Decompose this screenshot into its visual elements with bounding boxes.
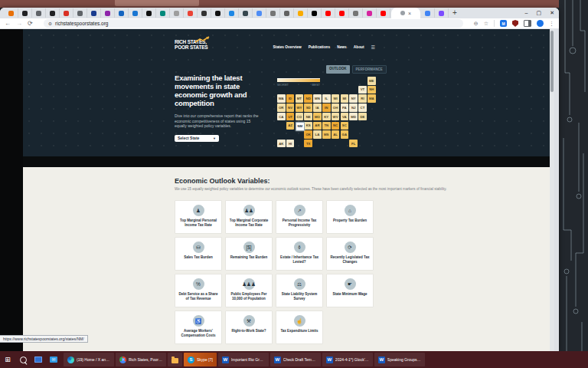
variable-card[interactable]: [$]Remaining Tax Burden xyxy=(225,237,273,271)
nav-menu-icon[interactable]: ☰ xyxy=(371,44,375,50)
nav-news[interactable]: News xyxy=(337,45,347,49)
pinned-tab[interactable] xyxy=(101,8,115,18)
map-state-AK[interactable]: AK xyxy=(277,140,286,148)
map-state-WA[interactable]: WA xyxy=(277,94,286,103)
taskbar-chrome-button[interactable]: Rich States, Poor St... xyxy=(116,353,166,366)
map-state-AL[interactable]: AL xyxy=(332,130,340,139)
address-bar[interactable]: ⚙ richstatespoorstates.org xyxy=(44,19,463,28)
taskbar-word-button[interactable]: Speaking Groups IIs... xyxy=(374,353,425,366)
select-state-dropdown[interactable]: Select State ▼ xyxy=(175,135,219,142)
map-state-ND[interactable]: ND xyxy=(304,94,312,103)
map-state-MT[interactable]: MT xyxy=(296,94,304,103)
variable-card[interactable]: ☝Tax Expenditure Limits xyxy=(276,310,323,344)
maximize-button[interactable]: ▢ xyxy=(537,10,542,16)
map-state-WY[interactable]: WY xyxy=(296,104,304,112)
map-toggle-performance[interactable]: PERFORMANCE xyxy=(352,65,387,74)
variable-card[interactable]: %Debt Service as a Share of Tax Revenue xyxy=(175,274,222,307)
pinned-tab[interactable] xyxy=(377,8,390,18)
pinned-tab[interactable] xyxy=(294,8,308,18)
map-state-IN[interactable]: IN xyxy=(322,104,331,112)
pinned-tab[interactable] xyxy=(142,8,156,18)
map-state-VA[interactable]: VA xyxy=(341,113,349,121)
variable-card[interactable]: ☛State Minimum Wage xyxy=(326,274,374,307)
taskbar-skype-button[interactable]: Skype [7] xyxy=(184,353,217,366)
pinned-tab[interactable] xyxy=(363,8,377,18)
pinned-tab[interactable] xyxy=(170,8,184,18)
pinned-tab[interactable] xyxy=(349,8,363,18)
profile-avatar[interactable] xyxy=(537,20,544,27)
refresh-button[interactable]: ⟳ xyxy=(28,20,33,27)
pinned-tab[interactable] xyxy=(74,8,87,18)
pinned-tab[interactable] xyxy=(421,8,435,18)
pinned-tab[interactable] xyxy=(115,8,129,18)
start-button[interactable]: ⊞ xyxy=(0,351,15,368)
minimize-button[interactable]: – xyxy=(525,10,528,16)
map-state-GA[interactable]: GA xyxy=(341,130,349,139)
variable-card[interactable]: ♟Top Marginal Personal Income Tax Rate xyxy=(175,200,222,234)
taskbar-search-button[interactable] xyxy=(15,351,31,368)
pinned-tab[interactable] xyxy=(32,8,46,18)
map-state-AZ[interactable]: AZ xyxy=(286,122,295,130)
map-state-MS[interactable]: MS xyxy=(322,130,331,139)
nav-about[interactable]: About xyxy=(354,45,364,49)
map-state-KY[interactable]: KY xyxy=(322,113,331,121)
taskbar-folder-button[interactable] xyxy=(168,353,182,366)
map-state-ID[interactable]: ID xyxy=(286,94,295,103)
back-button[interactable]: ← xyxy=(5,20,11,27)
pinned-tab[interactable] xyxy=(87,8,101,18)
pinned-tab[interactable] xyxy=(129,8,142,18)
nav-states-overview[interactable]: States Overview xyxy=(273,45,302,49)
bookmark-star-icon[interactable]: ☆ xyxy=(484,21,488,27)
map-state-OK[interactable]: OK xyxy=(304,130,312,139)
pinned-tab[interactable] xyxy=(46,8,60,18)
map-state-FL[interactable]: FL xyxy=(349,140,358,148)
taskbar-word-button[interactable]: Check Draft Templa... xyxy=(270,353,321,366)
variable-card[interactable]: ⚱Estate / Inheritance Tax Levied? xyxy=(276,237,323,271)
map-state-RI[interactable]: RI xyxy=(358,94,367,103)
map-state-NH[interactable]: NH xyxy=(368,86,376,94)
map-state-AR[interactable]: AR xyxy=(313,122,322,130)
map-state-MD[interactable]: MD xyxy=(349,113,358,121)
active-tab[interactable]: × xyxy=(391,8,420,18)
browser-menu-icon[interactable]: ⋮ xyxy=(549,21,554,27)
tab-close-icon[interactable]: × xyxy=(408,11,411,16)
map-state-NY[interactable]: NY xyxy=(349,94,358,103)
map-state-TX[interactable]: TX xyxy=(304,140,312,148)
map-state-OH[interactable]: OH xyxy=(332,104,340,112)
taskbar-word-button[interactable]: 2024-4-1*) Glock's d... xyxy=(322,353,373,366)
taskbar-edge-button[interactable]: (19) Home / X and ... xyxy=(64,353,114,366)
map-state-MO[interactable]: MO xyxy=(313,113,322,121)
map-state-CO[interactable]: CO xyxy=(296,113,304,121)
variable-card[interactable]: ⟳Recently Legislated Tax Changes xyxy=(326,237,374,271)
variable-card[interactable]: ⚒Right-to-Work State? xyxy=(225,310,273,344)
variable-card[interactable]: ♟♟♟Public Employees Per 10,000 of Popula… xyxy=(225,274,273,307)
nav-publications[interactable]: Publications xyxy=(309,45,331,49)
pinned-tab[interactable] xyxy=(253,8,266,18)
map-state-TN[interactable]: TN xyxy=(322,122,331,130)
map-state-MN[interactable]: MN xyxy=(313,94,322,103)
map-state-NV[interactable]: NV xyxy=(286,104,295,112)
map-state-UT[interactable]: UT xyxy=(286,113,295,121)
pinned-tab[interactable] xyxy=(435,8,449,18)
pinned-tab[interactable] xyxy=(184,8,198,18)
map-state-MI[interactable]: MI xyxy=(341,94,349,103)
map-state-NM[interactable]: NM xyxy=(296,122,305,132)
extension-m-icon[interactable]: M xyxy=(500,20,507,27)
map-state-IL[interactable]: IL xyxy=(322,94,331,103)
pinned-tab[interactable] xyxy=(225,8,239,18)
pinned-tab[interactable] xyxy=(156,8,170,18)
map-state-DE[interactable]: DE xyxy=(358,113,367,121)
pinned-tab[interactable] xyxy=(322,8,335,18)
variable-card[interactable]: ⚖State Liability System Survey xyxy=(276,274,323,307)
scrollbar-thumb[interactable] xyxy=(550,31,554,92)
pinned-tab[interactable] xyxy=(5,8,18,18)
pinned-tab[interactable] xyxy=(239,8,253,18)
variable-card[interactable]: ♟♟Top Marginal Corporate Income Tax Rate xyxy=(225,200,273,234)
variable-card[interactable]: ⌂Property Tax Burden xyxy=(326,200,374,234)
close-button[interactable]: ✕ xyxy=(550,10,554,16)
new-tab-button[interactable]: + xyxy=(452,9,457,17)
forward-button[interactable]: → xyxy=(16,20,22,27)
variable-card[interactable]: ↗Personal Income Tax Progressivity xyxy=(276,200,323,234)
pinned-tab[interactable] xyxy=(60,8,74,18)
map-state-CT[interactable]: CT xyxy=(358,104,367,112)
